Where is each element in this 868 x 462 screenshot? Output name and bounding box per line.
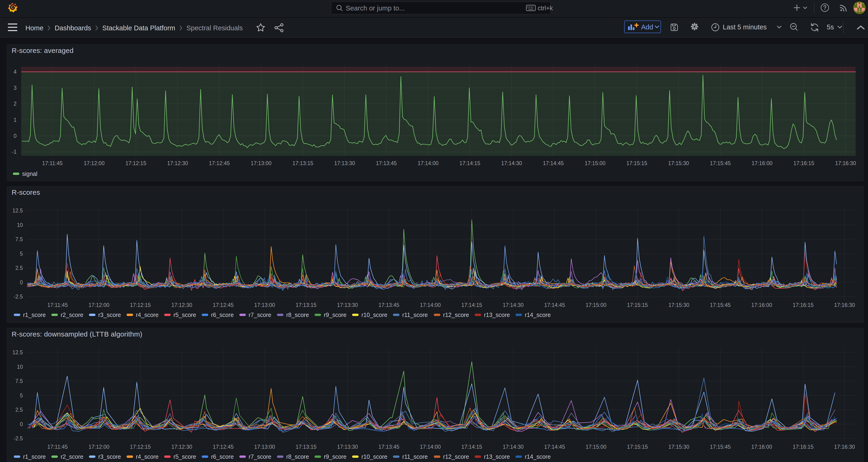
- svg-text:2.5: 2.5: [16, 407, 23, 413]
- svg-text:-1: -1: [12, 149, 17, 155]
- svg-text:1: 1: [13, 117, 17, 123]
- svg-text:r2_score: r2_score: [61, 312, 83, 318]
- svg-text:0: 0: [20, 421, 23, 427]
- svg-text:r3_score: r3_score: [98, 312, 121, 318]
- svg-text:17:15:15: 17:15:15: [627, 302, 648, 308]
- svg-text:17:13:30: 17:13:30: [337, 302, 358, 308]
- svg-text:17:15:00: 17:15:00: [586, 444, 607, 450]
- svg-text:17:13:00: 17:13:00: [254, 302, 275, 308]
- svg-text:17:13:45: 17:13:45: [378, 302, 399, 308]
- svg-text:r8_score: r8_score: [286, 312, 309, 318]
- svg-text:0: 0: [13, 133, 17, 139]
- svg-text:r8_score: r8_score: [286, 453, 309, 460]
- svg-text:17:11:45: 17:11:45: [47, 302, 68, 308]
- svg-text:17:14:15: 17:14:15: [459, 160, 480, 166]
- svg-text:17:15:15: 17:15:15: [627, 444, 648, 450]
- svg-text:r4_score: r4_score: [136, 312, 159, 318]
- svg-text:r5_score: r5_score: [174, 312, 196, 318]
- svg-text:10: 10: [17, 364, 23, 370]
- svg-text:17:12:45: 17:12:45: [209, 160, 230, 166]
- svg-text:17:16:15: 17:16:15: [794, 160, 814, 166]
- svg-text:r3_score: r3_score: [98, 453, 121, 460]
- svg-text:17:12:45: 17:12:45: [213, 444, 234, 450]
- svg-text:7.5: 7.5: [16, 378, 23, 384]
- svg-text:2.5: 2.5: [16, 265, 23, 271]
- svg-text:17:14:30: 17:14:30: [503, 302, 524, 308]
- svg-text:17:16:30: 17:16:30: [835, 160, 856, 166]
- svg-text:17:11:45: 17:11:45: [42, 160, 63, 166]
- svg-text:17:15:30: 17:15:30: [669, 302, 689, 308]
- svg-text:7.5: 7.5: [16, 236, 23, 242]
- svg-text:3: 3: [13, 85, 17, 91]
- svg-text:17:15:45: 17:15:45: [710, 160, 731, 166]
- svg-text:5: 5: [20, 251, 23, 257]
- svg-text:r6_score: r6_score: [211, 312, 234, 318]
- svg-text:17:13:15: 17:13:15: [292, 160, 313, 166]
- svg-text:12.5: 12.5: [12, 349, 23, 356]
- svg-text:17:14:00: 17:14:00: [420, 302, 441, 308]
- svg-text:r14_score: r14_score: [525, 312, 551, 318]
- svg-text:17:14:30: 17:14:30: [501, 160, 522, 166]
- svg-text:17:12:30: 17:12:30: [172, 302, 192, 308]
- svg-text:17:14:15: 17:14:15: [461, 302, 483, 308]
- svg-text:17:16:00: 17:16:00: [751, 444, 772, 450]
- svg-text:r11_score: r11_score: [402, 312, 428, 318]
- svg-text:17:14:00: 17:14:00: [420, 444, 441, 450]
- svg-text:17:12:30: 17:12:30: [172, 444, 192, 450]
- svg-text:17:16:15: 17:16:15: [793, 444, 814, 450]
- svg-text:17:16:30: 17:16:30: [834, 444, 855, 450]
- svg-text:17:12:00: 17:12:00: [89, 302, 110, 308]
- svg-text:17:12:15: 17:12:15: [125, 160, 147, 166]
- svg-text:17:14:15: 17:14:15: [461, 444, 483, 450]
- svg-text:2: 2: [13, 101, 17, 107]
- svg-text:17:14:45: 17:14:45: [544, 444, 565, 450]
- svg-text:17:14:45: 17:14:45: [543, 160, 564, 166]
- svg-text:r13_score: r13_score: [484, 312, 510, 318]
- svg-text:r12_score: r12_score: [443, 312, 469, 318]
- svg-text:r14_score: r14_score: [525, 453, 551, 460]
- svg-text:17:16:00: 17:16:00: [752, 160, 773, 166]
- svg-text:17:16:30: 17:16:30: [834, 302, 855, 308]
- svg-text:17:12:30: 17:12:30: [167, 160, 188, 166]
- svg-text:r13_score: r13_score: [484, 453, 510, 460]
- svg-text:17:12:15: 17:12:15: [130, 444, 151, 450]
- svg-text:17:13:15: 17:13:15: [296, 444, 317, 450]
- svg-text:r4_score: r4_score: [136, 453, 159, 460]
- svg-text:r5_score: r5_score: [174, 453, 196, 460]
- svg-text:17:12:45: 17:12:45: [213, 302, 234, 308]
- svg-text:r7_score: r7_score: [249, 312, 271, 318]
- svg-text:17:12:00: 17:12:00: [84, 160, 105, 166]
- svg-text:17:16:15: 17:16:15: [793, 302, 814, 308]
- svg-text:17:14:45: 17:14:45: [544, 302, 565, 308]
- svg-text:r12_score: r12_score: [443, 453, 469, 460]
- svg-text:17:11:45: 17:11:45: [47, 444, 68, 450]
- svg-text:17:13:15: 17:13:15: [296, 302, 317, 308]
- svg-text:signal: signal: [22, 171, 37, 177]
- svg-text:-2.5: -2.5: [13, 435, 23, 441]
- svg-text:17:15:30: 17:15:30: [669, 444, 689, 450]
- svg-text:17:14:30: 17:14:30: [503, 444, 524, 450]
- svg-text:17:12:15: 17:12:15: [130, 302, 151, 308]
- svg-text:17:15:15: 17:15:15: [626, 160, 647, 166]
- svg-text:10: 10: [17, 222, 23, 228]
- svg-text:17:15:45: 17:15:45: [710, 444, 731, 450]
- svg-text:17:15:00: 17:15:00: [585, 160, 606, 166]
- svg-text:17:15:00: 17:15:00: [586, 302, 607, 308]
- svg-text:17:13:45: 17:13:45: [376, 160, 397, 166]
- svg-text:12.5: 12.5: [12, 208, 23, 214]
- svg-text:r10_score: r10_score: [361, 312, 387, 318]
- svg-text:r10_score: r10_score: [361, 453, 387, 460]
- svg-text:17:13:30: 17:13:30: [337, 444, 358, 450]
- svg-text:r11_score: r11_score: [402, 453, 428, 460]
- svg-text:17:13:30: 17:13:30: [334, 160, 355, 166]
- svg-text:17:13:00: 17:13:00: [254, 444, 275, 450]
- svg-text:17:14:00: 17:14:00: [417, 160, 438, 166]
- svg-text:r9_score: r9_score: [324, 453, 346, 460]
- svg-text:r9_score: r9_score: [324, 312, 346, 318]
- svg-text:4: 4: [13, 69, 17, 75]
- svg-text:r6_score: r6_score: [211, 453, 234, 460]
- svg-text:17:15:45: 17:15:45: [710, 302, 731, 308]
- svg-text:r7_score: r7_score: [249, 453, 271, 460]
- svg-text:17:16:00: 17:16:00: [751, 302, 772, 308]
- svg-text:r2_score: r2_score: [61, 453, 83, 460]
